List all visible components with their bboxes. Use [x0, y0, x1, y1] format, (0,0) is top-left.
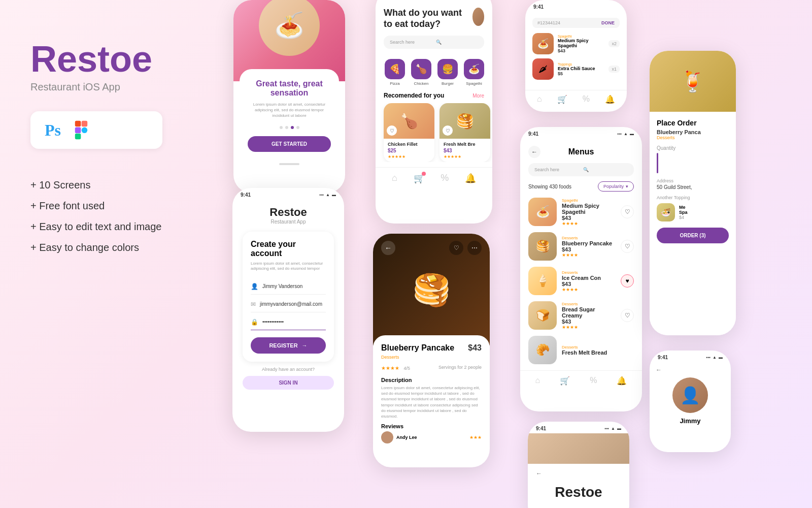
name-value: Jimmy Vanderson: [262, 283, 302, 289]
detail-title: Blueberry Pancake: [381, 343, 454, 353]
order-button[interactable]: ORDER (3): [657, 228, 729, 243]
bread-heart-button[interactable]: ♡: [621, 309, 634, 322]
home-nav-discount[interactable]: %: [441, 173, 449, 184]
topping-name2: Spa: [679, 210, 688, 215]
scroll-indicator: [279, 163, 299, 165]
freshmelt-item-image: 🥐: [528, 336, 557, 364]
sign-in-button[interactable]: SIGN IN: [243, 376, 334, 390]
home-nav-home[interactable]: ⌂: [392, 173, 397, 184]
icecream-item-name: Ice Cream Con: [562, 275, 616, 281]
phone-restoe-bottom: 9:41 ▪▪▪ ▲ ▬ ← Restoe: [528, 422, 629, 508]
search-icon: 🔍: [436, 40, 478, 45]
greeting-text: What do you want to eat today?: [384, 8, 472, 29]
menus-nav-discount[interactable]: %: [590, 376, 597, 386]
chicken-card-image: 🍗 ♡: [384, 103, 434, 139]
restoe-status-bar: 9:41 ▪▪▪ ▲ ▬: [528, 422, 629, 433]
jimmy-name: Jimmy: [650, 417, 731, 425]
menu-search-icon: 🔍: [583, 167, 628, 172]
menus-nav-bell[interactable]: 🔔: [617, 376, 627, 386]
restoe-back-icon[interactable]: ←: [536, 470, 542, 477]
heart-button-chicken[interactable]: ♡: [387, 125, 397, 136]
password-input-row[interactable]: 🔒 ••••••••••••: [251, 314, 326, 330]
menus-nav-home[interactable]: ⌂: [535, 376, 540, 386]
restoe-status-icons: ▪▪▪ ▲ ▬: [605, 426, 621, 431]
chevron-down-icon: ▾: [626, 184, 628, 189]
menu-item-pancake[interactable]: 🥞 Desserts Blueberry Pancake $43 ★★★★ ♡: [528, 232, 634, 261]
password-value: ••••••••••••: [262, 319, 284, 325]
phone-cart: 9:41 #12344124 DONE 🍝 Spagethi Medium Sp…: [525, 0, 627, 112]
cat-pizza[interactable]: 🍕 Pizza: [384, 59, 406, 86]
pancake-heart-button[interactable]: ♡: [621, 240, 634, 253]
topping-price: $4: [679, 215, 688, 220]
food-card-pancake[interactable]: 🥞 ♡ Fresh Melt Bre $43 ★★★★★: [439, 103, 490, 162]
greeting-top: What do you want to eat today?: [384, 8, 484, 29]
cat-burger[interactable]: 🍔 Burger: [436, 59, 459, 86]
menu-search-placeholder: Search here: [534, 167, 579, 172]
icecream-category: Desserts: [562, 270, 616, 275]
cart-nav-cart[interactable]: 🛒: [557, 94, 567, 104]
phone-onboarding: 🍝 Great taste, great sensation Lorem ips…: [233, 0, 345, 193]
jimmy-time: 9:41: [658, 355, 668, 360]
chicken-price: $25: [388, 148, 430, 153]
restoe-hero-bar: [528, 433, 629, 464]
review-row: Andy Lee ★★★: [381, 431, 482, 443]
name-input-row[interactable]: 👤 Jimmy Vanderson: [251, 279, 326, 295]
search-placeholder: Search here: [390, 40, 432, 45]
place-order-item: Blueberry Panca: [657, 129, 729, 135]
home-nav-bell[interactable]: 🔔: [465, 173, 476, 184]
bread-item-image: 🍞: [528, 301, 557, 330]
topping-label: Another Topping: [657, 195, 729, 200]
onboard-body: Lorem ipsum dolor sit amet, consectetur …: [248, 102, 331, 119]
heart-action-button[interactable]: ♡: [449, 241, 463, 255]
cart-spagethi-image: 🍝: [532, 33, 554, 54]
more-link[interactable]: More: [472, 93, 484, 99]
restoe-signal: ▪▪▪: [605, 426, 610, 431]
cart-nav-bell[interactable]: 🔔: [605, 94, 615, 104]
menu-item-freshmelt[interactable]: 🥐 Desserts Fresh Melt Bread: [528, 336, 634, 364]
pancake-item-info: Desserts Blueberry Pancake $43 ★★★★: [562, 236, 616, 258]
freshmelt-item-name: Fresh Melt Bread: [562, 350, 634, 356]
signal-icon: ▪▪▪: [320, 193, 324, 197]
home-nav-cart[interactable]: 🛒: [414, 173, 425, 184]
cart-nav-home[interactable]: ⌂: [537, 94, 542, 104]
email-input-row[interactable]: ✉ jimmyvanderson@mail.com: [251, 297, 326, 312]
menu-item-bread[interactable]: 🍞 Desserts Bread Sugar Creamy $43 ★★★★ ♡: [528, 301, 634, 330]
spagethi-heart-button[interactable]: ♡: [621, 205, 634, 218]
popularity-filter[interactable]: Popularity ▾: [598, 181, 634, 192]
menu-item-spagethi[interactable]: 🍝 Spagethi Medium Spicy Spagethi $43 ★★★…: [528, 198, 634, 226]
showing-count: Showing 430 foods: [528, 184, 571, 189]
bread-item-stars: ★★★★: [562, 325, 616, 330]
cart-chili-qty: x1: [608, 66, 620, 73]
icecream-item-info: Desserts Ice Cream Con $43 ★★★★: [562, 270, 616, 292]
address-section: Address 50 Guild Street,: [657, 178, 729, 190]
battery-icon: ▬: [332, 193, 336, 197]
menu-search-bar[interactable]: Search here 🔍: [528, 163, 634, 176]
register-app-sub: Restaurant App: [243, 219, 334, 225]
food-card-chicken[interactable]: 🍗 ♡ Chicken Fillet $25 ★★★★★: [384, 103, 434, 162]
menu-list: 🍝 Spagethi Medium Spicy Spagethi $43 ★★★…: [520, 198, 642, 364]
menus-nav-cart[interactable]: 🛒: [560, 376, 570, 386]
cat-spagethi[interactable]: 🍝 Spagethi: [463, 59, 485, 86]
menus-bottom-nav: ⌂ 🛒 % 🔔: [520, 370, 642, 391]
get-started-button[interactable]: GET STARTED: [248, 136, 331, 152]
done-button[interactable]: DONE: [601, 20, 615, 25]
jimmy-back-icon[interactable]: ←: [656, 366, 662, 373]
svg-point-4: [82, 128, 88, 134]
restoe-wifi: ▲: [611, 426, 615, 431]
menu-back-button[interactable]: ←: [528, 146, 540, 158]
topping-name: Me: [679, 205, 688, 210]
icecream-heart-button[interactable]: ♥: [621, 274, 634, 288]
cart-nav-discount[interactable]: %: [583, 94, 590, 104]
quantity-indicator: [657, 153, 658, 173]
phone-menus: 9:41 ▪▪▪ ▲ ▬ ← Menus Search here 🔍 Showi…: [520, 127, 642, 411]
reviewer-name: Andy Lee: [396, 435, 417, 440]
home-search-bar[interactable]: Search here 🔍: [384, 36, 484, 49]
back-button[interactable]: ←: [381, 241, 395, 255]
detail-title-row: Blueberry Pancake $43: [381, 343, 482, 353]
menu-item-icecream[interactable]: 🍦 Desserts Ice Cream Con $43 ★★★★ ♥: [528, 267, 634, 295]
app-subtitle: Restaurant iOS App: [30, 81, 213, 93]
cat-chicken[interactable]: 🍗 Chicken: [410, 59, 432, 86]
more-action-button[interactable]: ⋯: [467, 241, 482, 255]
heart-button-pancake[interactable]: ♡: [443, 125, 453, 136]
register-button[interactable]: REGISTER →: [251, 337, 326, 354]
